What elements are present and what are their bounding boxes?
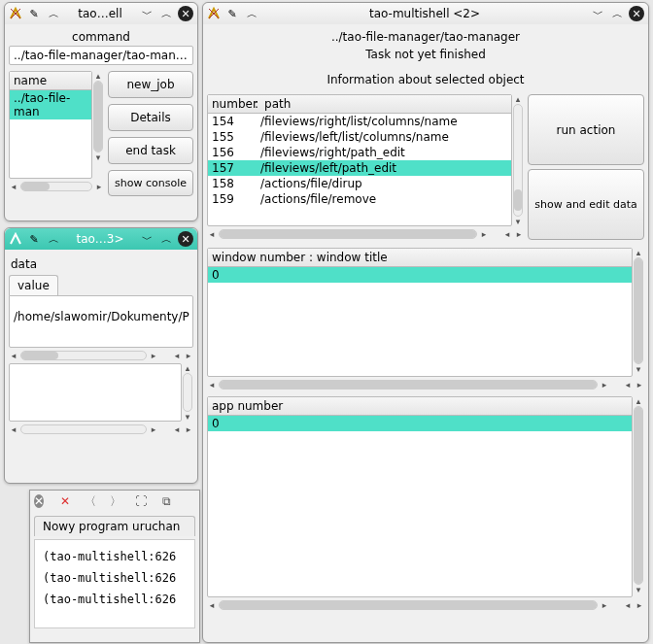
run-action-button[interactable]: run action bbox=[528, 94, 644, 165]
scrollbar-h[interactable] bbox=[20, 424, 147, 434]
new-job-button[interactable]: new_job bbox=[108, 71, 193, 98]
win2-title: tao…3> bbox=[65, 232, 135, 246]
show-console-button[interactable]: show console bbox=[108, 170, 193, 196]
close-icon[interactable]: ✕ bbox=[178, 231, 193, 247]
close-icon[interactable]: ✕ bbox=[178, 6, 193, 21]
scroll-left-icon[interactable]: ◂ bbox=[207, 600, 217, 610]
scroll-right-icon[interactable]: ▸ bbox=[635, 600, 644, 610]
subtitle: ../tao-file-manager/tao-manager bbox=[207, 28, 644, 46]
up-icon[interactable]: ︿ bbox=[46, 6, 61, 21]
scrollbar-h[interactable] bbox=[219, 380, 598, 390]
scroll-left-icon[interactable]: ◂ bbox=[9, 351, 18, 360]
terminal-line: (tao-multishell:626 bbox=[43, 567, 187, 589]
scroll-left-icon[interactable]: ◂ bbox=[172, 351, 182, 360]
close-x-icon[interactable]: ✕ bbox=[57, 493, 73, 509]
data-label: data bbox=[9, 254, 193, 275]
scroll-up-icon[interactable]: ▴ bbox=[183, 363, 192, 373]
win1-titlebar: ✎ ︿ tao…ell ﹀ ︿ ✕ bbox=[5, 3, 197, 24]
maximize-icon[interactable]: ︿ bbox=[158, 6, 174, 21]
scroll-right-icon[interactable]: ▸ bbox=[514, 229, 524, 239]
window-number-row[interactable]: 0 bbox=[208, 267, 632, 283]
minimize-icon[interactable]: ﹀ bbox=[590, 6, 605, 21]
scroll-right-icon[interactable]: ▸ bbox=[184, 424, 193, 434]
app-number-row[interactable]: 0 bbox=[208, 416, 632, 431]
scrollbar-v[interactable] bbox=[513, 104, 523, 217]
scrollbar-v[interactable] bbox=[634, 257, 643, 364]
scroll-left-icon[interactable]: ◂ bbox=[9, 424, 18, 434]
scrollbar-v[interactable] bbox=[183, 373, 192, 412]
path-text: /home/slawomir/Dokumenty/P bbox=[10, 296, 192, 327]
scrollbar-h[interactable] bbox=[20, 351, 147, 360]
info-label: Information about selected object bbox=[207, 71, 644, 88]
scroll-up-icon[interactable]: ▴ bbox=[634, 396, 643, 406]
col-number[interactable]: number bbox=[212, 97, 255, 111]
window-number-header[interactable]: window number : window title bbox=[208, 249, 632, 267]
tab-value[interactable]: value bbox=[9, 275, 58, 295]
scrollbar-h[interactable] bbox=[219, 229, 477, 239]
maximize-icon[interactable]: ︿ bbox=[609, 6, 625, 21]
scroll-right-icon[interactable]: ▸ bbox=[149, 424, 158, 434]
scroll-left-icon[interactable]: ◂ bbox=[207, 380, 217, 390]
scroll-left-icon[interactable]: ◂ bbox=[9, 182, 18, 191]
chevron-left-icon[interactable]: 〈 bbox=[83, 493, 98, 509]
scrollbar-v[interactable] bbox=[93, 81, 103, 153]
scroll-up-icon[interactable]: ▴ bbox=[93, 71, 103, 81]
pin-icon[interactable]: ✎ bbox=[26, 6, 42, 21]
chevron-right-icon[interactable]: 〉 bbox=[108, 493, 123, 509]
table-row[interactable]: 157/fileviews/left/path_edit bbox=[208, 160, 511, 176]
app-icon bbox=[9, 7, 22, 20]
show-edit-data-button[interactable]: show and edit data bbox=[528, 169, 644, 240]
scroll-left-icon[interactable]: ◂ bbox=[502, 229, 512, 239]
scroll-right-icon[interactable]: ▸ bbox=[635, 380, 644, 390]
scroll-right-icon[interactable]: ▸ bbox=[184, 351, 193, 360]
pin-icon[interactable]: ✎ bbox=[224, 6, 240, 21]
list-header: number : path bbox=[208, 95, 511, 114]
scroll-down-icon[interactable]: ▾ bbox=[513, 217, 523, 226]
expand-icon[interactable]: ⛶ bbox=[133, 493, 149, 509]
scroll-left-icon[interactable]: ◂ bbox=[623, 380, 633, 390]
scroll-right-icon[interactable]: ▸ bbox=[479, 229, 489, 239]
maximize-icon[interactable]: ︿ bbox=[158, 231, 174, 247]
up-icon[interactable]: ︿ bbox=[46, 231, 61, 247]
scrollbar-v[interactable] bbox=[634, 406, 643, 585]
scroll-right-icon[interactable]: ▸ bbox=[94, 182, 104, 191]
app-icon bbox=[9, 232, 22, 246]
scroll-down-icon[interactable]: ▾ bbox=[93, 153, 103, 162]
scroll-left-icon[interactable]: ◂ bbox=[207, 229, 217, 239]
end-task-button[interactable]: end task bbox=[108, 137, 193, 164]
app-icon bbox=[207, 7, 221, 20]
col-path[interactable]: path bbox=[258, 97, 507, 111]
details-button[interactable]: Details bbox=[108, 104, 193, 131]
list-item[interactable]: ../tao-file-man bbox=[10, 90, 91, 119]
scroll-right-icon[interactable]: ▸ bbox=[149, 351, 158, 360]
app-number-header[interactable]: app number bbox=[208, 397, 632, 416]
scrollbar-h[interactable] bbox=[219, 600, 598, 610]
command-input[interactable]: ../tao-file-manager/tao-manager bbox=[9, 46, 193, 65]
up-icon[interactable]: ︿ bbox=[244, 6, 259, 21]
table-row[interactable]: 156/fileviews/right/path_edit bbox=[208, 145, 511, 160]
close-icon[interactable]: ✕ bbox=[629, 6, 644, 21]
minimize-icon[interactable]: ﹀ bbox=[139, 231, 155, 247]
close-icon[interactable]: ✕ bbox=[34, 494, 44, 508]
name-column-header[interactable]: name bbox=[10, 72, 91, 90]
copy-icon[interactable]: ⧉ bbox=[158, 493, 174, 509]
scroll-left-icon[interactable]: ◂ bbox=[172, 424, 182, 434]
scroll-right-icon[interactable]: ▸ bbox=[600, 600, 609, 610]
minimize-icon[interactable]: ﹀ bbox=[139, 6, 155, 21]
table-row[interactable]: 159/actions/file/remove bbox=[208, 191, 511, 207]
table-row[interactable]: 155/fileviews/left/list/columns/name bbox=[208, 129, 511, 145]
command-label: command bbox=[9, 28, 193, 46]
scroll-left-icon[interactable]: ◂ bbox=[623, 600, 633, 610]
scroll-down-icon[interactable]: ▾ bbox=[634, 364, 643, 374]
scrollbar-h[interactable] bbox=[20, 182, 92, 191]
scroll-down-icon[interactable]: ▾ bbox=[183, 412, 192, 422]
main-titlebar: ✎ ︿ tao-multishell <2> ﹀ ︿ ✕ bbox=[203, 3, 648, 24]
pin-icon[interactable]: ✎ bbox=[26, 231, 42, 247]
table-row[interactable]: 158/actions/file/dirup bbox=[208, 176, 511, 191]
scroll-up-icon[interactable]: ▴ bbox=[634, 248, 643, 257]
terminal-tab[interactable]: Nowy program uruchan bbox=[34, 516, 195, 536]
scroll-up-icon[interactable]: ▴ bbox=[513, 94, 523, 104]
table-row[interactable]: 154/fileviews/right/list/columns/name bbox=[208, 114, 511, 129]
scroll-down-icon[interactable]: ▾ bbox=[634, 585, 643, 594]
scroll-right-icon[interactable]: ▸ bbox=[600, 380, 609, 390]
